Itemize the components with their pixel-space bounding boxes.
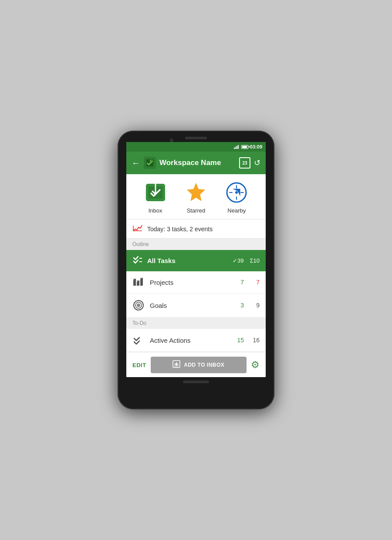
outline-section-header: Outline bbox=[126, 239, 266, 250]
add-to-inbox-button[interactable]: ADD TO INBOX bbox=[151, 357, 247, 373]
sync-button[interactable]: ↺ bbox=[254, 158, 260, 168]
signal-bar-4 bbox=[238, 145, 239, 149]
signal-bar-3 bbox=[237, 146, 237, 149]
projects-num1: 7 bbox=[233, 279, 244, 286]
all-tasks-label: All Tasks bbox=[147, 257, 228, 264]
nearby-icon bbox=[225, 181, 248, 204]
calendar-num: 23 bbox=[242, 161, 247, 165]
chart-icon bbox=[132, 224, 143, 234]
nav-label-nearby: Nearby bbox=[227, 207, 246, 214]
inbox-icon bbox=[144, 181, 167, 204]
all-tasks-row[interactable]: All Tasks ✓39 Σ10 bbox=[126, 250, 266, 271]
svg-rect-24 bbox=[174, 364, 179, 367]
signal-bar-2 bbox=[235, 147, 236, 149]
goals-num2: 9 bbox=[249, 302, 260, 309]
projects-row[interactable]: Projects 7 7 bbox=[126, 271, 266, 294]
goals-row[interactable]: Goals 3 9 bbox=[126, 294, 266, 317]
signal-icon bbox=[234, 145, 239, 149]
signal-bar-1 bbox=[234, 148, 235, 149]
status-icons bbox=[234, 145, 248, 149]
app-bar-actions: 23 ↺ bbox=[239, 157, 260, 169]
nav-label-starred: Starred bbox=[187, 207, 206, 214]
svg-point-20 bbox=[138, 305, 139, 306]
svg-marker-3 bbox=[187, 183, 205, 201]
add-inbox-icon bbox=[172, 360, 180, 370]
phone-frame: 03:09 ← Workspace Name 23 ↺ bbox=[118, 131, 274, 409]
battery-fill bbox=[242, 146, 247, 148]
projects-num2: 7 bbox=[249, 279, 260, 286]
active-actions-num1: 15 bbox=[233, 337, 244, 344]
active-actions-row[interactable]: Active Actions 15 16 bbox=[126, 329, 266, 352]
edit-button[interactable]: EDIT bbox=[132, 362, 146, 368]
todo-section-header: To-Do bbox=[126, 317, 266, 329]
calendar-button[interactable]: 23 bbox=[239, 157, 250, 169]
quick-nav: Inbox Starred bbox=[126, 174, 266, 219]
nav-item-starred[interactable]: Starred bbox=[185, 181, 207, 214]
phone-speaker bbox=[185, 137, 207, 139]
active-actions-icon bbox=[132, 335, 145, 345]
nav-item-inbox[interactable]: Inbox bbox=[144, 181, 167, 214]
workspace-icon bbox=[144, 157, 156, 169]
phone-home-area bbox=[183, 381, 209, 383]
status-bar: 03:09 bbox=[126, 142, 266, 152]
phone-camera bbox=[170, 138, 173, 142]
today-text: Today: 3 tasks, 2 events bbox=[147, 226, 213, 233]
today-row: Today: 3 tasks, 2 events bbox=[126, 219, 266, 239]
all-tasks-sum-count: Σ10 bbox=[250, 257, 260, 264]
goals-label: Goals bbox=[150, 302, 228, 309]
svg-point-5 bbox=[235, 191, 238, 194]
status-time: 03:09 bbox=[250, 144, 262, 149]
app-bar-title: Workspace Name bbox=[159, 159, 239, 167]
active-actions-num2: 16 bbox=[249, 337, 260, 344]
add-inbox-label: ADD TO INBOX bbox=[184, 362, 224, 368]
bottom-toolbar: EDIT ADD TO INBOX ⚙ bbox=[126, 352, 266, 377]
projects-icon bbox=[132, 277, 145, 287]
all-tasks-icon bbox=[132, 255, 143, 266]
battery-icon bbox=[241, 145, 248, 149]
goals-num1: 3 bbox=[233, 302, 244, 309]
all-tasks-counts: ✓39 Σ10 bbox=[233, 257, 260, 264]
starred-icon bbox=[185, 181, 207, 204]
app-bar: ← Workspace Name 23 ↺ bbox=[126, 152, 266, 174]
nav-label-inbox: Inbox bbox=[149, 207, 162, 214]
back-button[interactable]: ← bbox=[132, 158, 140, 168]
all-tasks-check-count: ✓39 bbox=[233, 257, 243, 264]
settings-button[interactable]: ⚙ bbox=[251, 359, 260, 371]
projects-label: Projects bbox=[150, 279, 228, 286]
goals-icon bbox=[132, 300, 145, 311]
nav-item-nearby[interactable]: Nearby bbox=[225, 181, 248, 214]
active-actions-label: Active Actions bbox=[150, 337, 228, 344]
phone-screen: 03:09 ← Workspace Name 23 ↺ bbox=[126, 142, 266, 377]
